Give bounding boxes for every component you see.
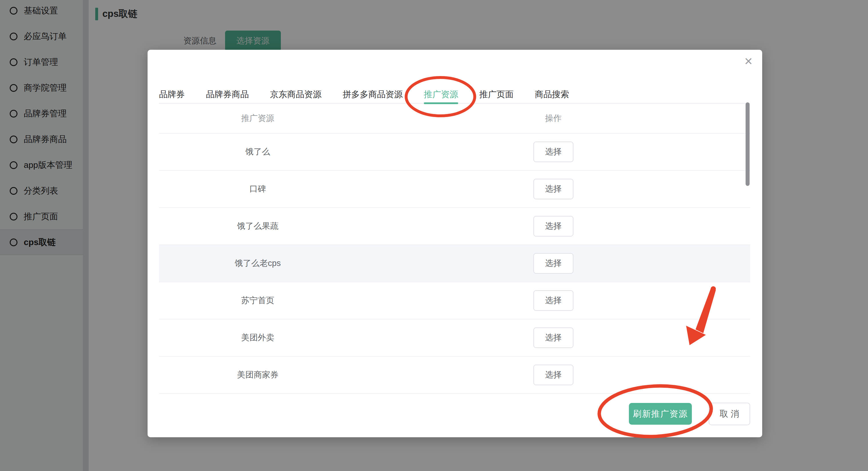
modal-tab[interactable]: 拼多多商品资源 bbox=[343, 86, 403, 103]
select-button[interactable]: 选择 bbox=[533, 365, 574, 385]
modal-tab-label: 京东商品资源 bbox=[270, 89, 321, 100]
table-row: 饿了么老cps 选择 bbox=[159, 245, 750, 282]
column-header-resource: 推广资源 bbox=[159, 113, 356, 124]
modal-tab[interactable]: 京东商品资源 bbox=[270, 86, 321, 103]
table-row: 口碑 选择 bbox=[159, 171, 750, 208]
modal-tab[interactable]: 推广页面 bbox=[479, 86, 514, 103]
modal-tab-label: 品牌券商品 bbox=[206, 89, 249, 100]
table-row: 饿了么 选择 bbox=[159, 133, 750, 171]
modal-tab-label: 拼多多商品资源 bbox=[343, 89, 403, 100]
modal-tab[interactable]: 商品搜索 bbox=[535, 86, 569, 103]
select-button[interactable]: 选择 bbox=[533, 290, 574, 311]
table-body: 饿了么 选择 口碑 选择 饿了么果蔬 bbox=[159, 133, 750, 394]
resource-name: 饿了么老cps bbox=[159, 258, 356, 269]
select-button[interactable]: 选择 bbox=[533, 253, 574, 274]
modal-tab-label: 商品搜索 bbox=[535, 89, 569, 100]
modal-tabs: 品牌券 品牌券商品 京东商品资源 拼多多商品资源 推广资源 bbox=[159, 86, 750, 103]
table-row: 饿了么果蔬 选择 bbox=[159, 208, 750, 245]
refresh-button[interactable]: 刷新推广资源 bbox=[629, 403, 692, 425]
modal-tab-label: 推广资源 bbox=[424, 89, 458, 100]
table-row: 美团外卖 选择 bbox=[159, 319, 750, 356]
resource-name: 饿了么 bbox=[159, 146, 356, 158]
resource-name: 美团商家券 bbox=[159, 369, 356, 381]
close-icon[interactable]: × bbox=[744, 54, 752, 68]
resource-name: 美团外卖 bbox=[159, 332, 356, 343]
resource-name: 口碑 bbox=[159, 183, 356, 195]
resource-name: 饿了么果蔬 bbox=[159, 220, 356, 232]
modal-tab-label: 推广页面 bbox=[479, 89, 514, 100]
resource-name: 苏宁首页 bbox=[159, 295, 356, 306]
resource-table: 推广资源 操作 饿了么 选择 口碑 选择 bbox=[159, 103, 750, 394]
modal-tab-label: 品牌券 bbox=[159, 89, 185, 100]
select-button[interactable]: 选择 bbox=[533, 216, 574, 237]
select-button[interactable]: 选择 bbox=[533, 327, 574, 348]
column-header-action: 操作 bbox=[356, 113, 750, 124]
table-header-row: 推广资源 操作 bbox=[159, 103, 750, 133]
scrollbar-thumb[interactable] bbox=[746, 102, 750, 186]
modal-tab[interactable]: 推广资源 bbox=[424, 86, 458, 103]
select-resource-modal: × 品牌券 品牌券商品 京东商品资源 拼多多商品资源 bbox=[148, 50, 762, 437]
app-root: 基础设置 必应鸟订单 订单管理 商学院管理 bbox=[0, 0, 868, 471]
table-row: 苏宁首页 选择 bbox=[159, 282, 750, 319]
modal-tab[interactable]: 品牌券 bbox=[159, 86, 185, 103]
cancel-button[interactable]: 取 消 bbox=[709, 403, 750, 425]
select-button[interactable]: 选择 bbox=[533, 142, 574, 162]
select-button[interactable]: 选择 bbox=[533, 179, 574, 199]
table-row: 美团商家券 选择 bbox=[159, 356, 750, 394]
modal-tab[interactable]: 品牌券商品 bbox=[206, 86, 249, 103]
